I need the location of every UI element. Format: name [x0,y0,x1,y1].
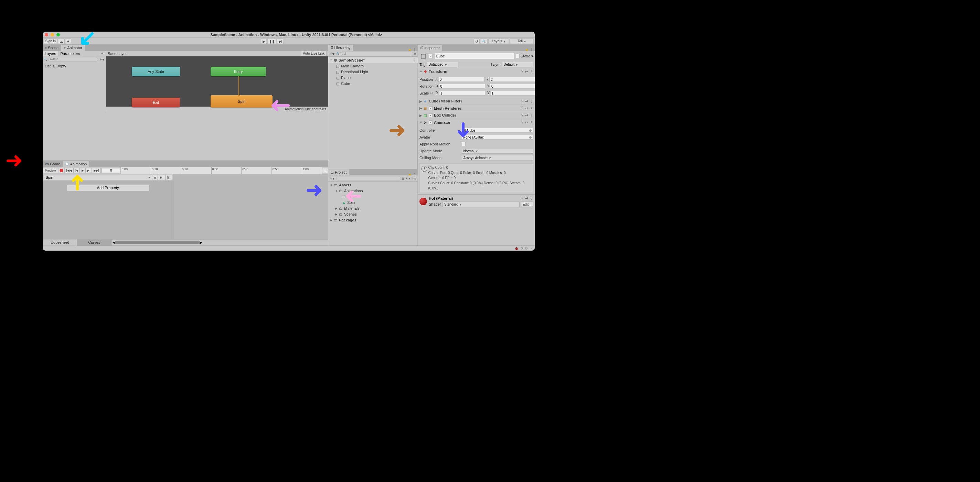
add-param-button[interactable]: +▾ [99,57,105,62]
help-icon[interactable]: ? [521,70,523,74]
rot-y[interactable] [490,84,535,89]
animation-tab[interactable]: 🕑Animation [63,161,89,167]
step-button[interactable]: ▶| [277,38,283,44]
add-key-plus-icon[interactable]: ◈₊ [158,174,165,180]
update-dropdown[interactable]: Normal [462,149,533,154]
component-header[interactable]: ▶⊞✓Mesh Renderer?⇄⋮ [418,105,535,112]
pos-y[interactable] [490,77,535,82]
menu-icon[interactable]: ⋮ [530,106,533,110]
material-swatch[interactable] [420,198,427,205]
project-tab[interactable]: 🗀Project [328,170,349,176]
hierarchy-item-cube[interactable]: ▢Cube [328,81,418,87]
visibility-icon[interactable]: 👁 [100,51,106,56]
preset-icon[interactable]: ⇄ [525,70,528,74]
materials-folder[interactable]: ▶🗀Materials [328,206,418,211]
first-frame-button[interactable]: |◀◀ [65,168,73,173]
help-icon[interactable]: ? [521,106,523,110]
menu-icon[interactable]: ⋮ [530,121,533,124]
static-toggle[interactable]: Static▾ [516,54,533,58]
frame-field[interactable] [102,168,121,173]
breadcrumb-item[interactable]: Base Layer [108,51,127,56]
search-icon[interactable]: 🔍 [480,38,488,44]
play-anim-button[interactable]: ▶ [80,168,86,173]
enable-checkbox[interactable]: ✓ [429,121,433,124]
layers-dropdown[interactable]: Layers [488,38,509,44]
node-spin[interactable]: Spin [211,95,272,108]
shader-dropdown[interactable]: Standard [442,202,519,207]
tag-dropdown[interactable]: Untagged [427,62,458,67]
component-header[interactable]: ▶◫✓Box Collider?⇄⋮ [418,112,535,119]
panel-menu-icon[interactable]: ⋮ [413,48,416,51]
services-icon[interactable]: ✦ [65,38,72,44]
rot-x[interactable] [439,84,485,89]
asset-spin-clip[interactable]: ▲Spin [328,200,418,206]
hierarchy-item-plane[interactable]: ▢Plane [328,75,418,81]
menu-icon[interactable]: ⋮ [530,113,533,117]
lock-icon[interactable]: 🔒 [408,48,412,51]
next-key-button[interactable]: ▶| [86,168,92,173]
game-tab[interactable]: 🎮Game [43,161,63,167]
panel-menu-icon[interactable]: ⋮ [530,48,533,51]
scenes-folder[interactable]: ▶🗀Scenes [328,211,418,217]
create-button[interactable]: +▾ [329,51,335,56]
object-name-field[interactable] [434,53,514,59]
record-button[interactable] [58,168,65,173]
animations-folder[interactable]: ▼🗀Animations [328,188,418,194]
debug-icon[interactable]: 🐞̷ [514,246,519,250]
menu-icon[interactable]: ⋮ [530,99,533,103]
scl-x[interactable] [439,91,485,95]
hidden-count[interactable]: 👁̷15 [412,177,417,180]
maximize-icon[interactable] [56,33,60,36]
help-icon[interactable]: ? [521,121,523,124]
active-checkbox[interactable]: ✓ [429,54,433,58]
parameters-subtab[interactable]: Parameters [59,51,82,56]
node-exit[interactable]: Exit [132,98,180,107]
transition-entry-spin[interactable] [239,76,239,95]
hierarchy-item-camera[interactable]: ▢Main Camera [328,63,418,69]
anim-menu-icon[interactable]: ⋮ [322,168,328,173]
param-search-input[interactable] [48,57,98,62]
panel-menu-icon[interactable]: ⋮ [413,172,416,176]
play-button[interactable]: ▶ [261,38,267,44]
pause-button[interactable]: ❚❚ [267,38,276,44]
node-any-state[interactable]: Any State [132,67,180,76]
search-options-icon[interactable]: ▦ [414,52,417,56]
time-ruler[interactable]: 0:00 0:10 0:20 0:30 0:40 0:50 1:00 [121,167,322,174]
apply-root-checkbox[interactable] [462,142,466,146]
cloud-icon[interactable]: ☁ [58,38,65,44]
last-frame-button[interactable]: ▶▶| [92,168,100,173]
hierarchy-search-input[interactable] [340,52,413,56]
preset-icon[interactable]: ⇄ [525,113,528,117]
culling-dropdown[interactable]: Always Animate [462,155,533,160]
lock-icon[interactable]: 🔒 [408,172,412,176]
scene-tab[interactable]: ⌗Scene [43,45,61,51]
assets-folder[interactable]: ▼🗀Assets [328,182,418,188]
signin-button[interactable]: Sign in [44,38,57,44]
controller-field[interactable]: ⊞Cube [462,128,533,133]
scl-y[interactable] [490,91,535,95]
menu-icon[interactable]: ⋮ [530,196,533,201]
minimize-icon[interactable] [51,33,54,36]
node-entry[interactable]: Entry [211,67,266,76]
layer-dropdown[interactable]: Default [502,62,533,67]
timeline-scrollbar[interactable]: ◀▶ [111,239,328,246]
help-icon[interactable]: ? [521,113,523,117]
enable-checkbox[interactable]: ✓ [429,106,433,110]
dopesheet-tab[interactable]: Dopesheet [43,239,77,246]
inspector-tab[interactable]: ⓘInspector [418,45,442,51]
favorite-icon[interactable]: ★ [405,177,408,180]
layers-subtab[interactable]: Layers [43,51,59,56]
packages-folder[interactable]: ▶🗀Packages [328,217,418,223]
close-icon[interactable] [45,33,48,36]
dopesheet-timeline[interactable] [173,174,328,239]
edit-button[interactable]: Edit... [521,202,533,207]
avatar-field[interactable]: None (Avatar) [462,135,533,140]
preset-icon[interactable]: ⇄ [525,99,528,103]
project-search-input[interactable] [336,176,401,181]
preset-icon[interactable]: ⇄ [525,106,528,110]
hierarchy-tab[interactable]: ≣Hierarchy [328,45,353,51]
clip-dropdown[interactable]: Spin [44,174,152,180]
pos-x[interactable] [438,77,485,82]
asset-cube-controller[interactable]: ⊞Cube [328,194,418,200]
menu-icon[interactable]: ⋮ [530,70,533,74]
